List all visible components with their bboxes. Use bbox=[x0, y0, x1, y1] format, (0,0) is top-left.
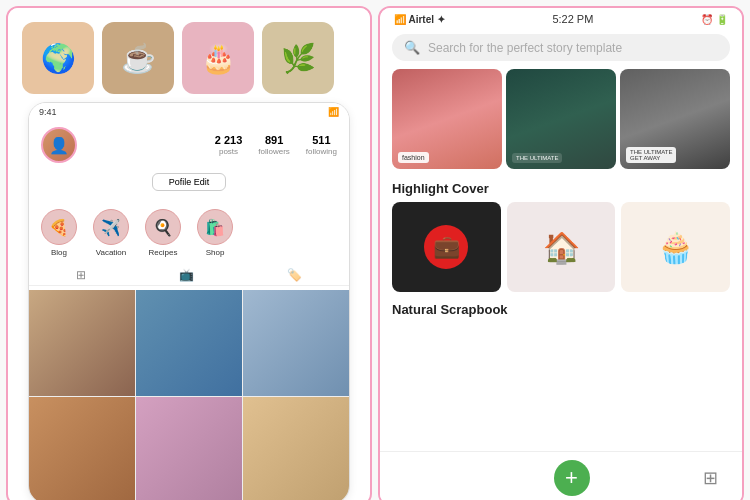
grid-cell-5[interactable] bbox=[136, 397, 242, 500]
highlight-circle-vacation: ✈️ bbox=[93, 209, 129, 245]
story-templates-grid: fashion THE ULTIMATE THE ULTIMATEGET AWA… bbox=[380, 69, 742, 177]
highlight-label-blog: Blog bbox=[51, 248, 67, 257]
highlight-circle-recipes: 🍳 bbox=[145, 209, 181, 245]
story-icon-leaf[interactable]: 🌿 bbox=[262, 22, 334, 94]
right-bottom-bar: + ⊞ bbox=[380, 451, 742, 500]
story-template-2[interactable]: THE ULTIMATE bbox=[506, 69, 616, 169]
profile-section: 👤 2 213 posts 891 followers 511 followin… bbox=[29, 121, 349, 201]
search-bar[interactable]: 🔍 Search for the perfect story template bbox=[392, 34, 730, 61]
wifi-icon: ✦ bbox=[437, 14, 445, 25]
grid-tab-grid[interactable]: ⊞ bbox=[76, 268, 86, 282]
template-2-label: THE ULTIMATE bbox=[512, 153, 562, 163]
highlight-circle-blog: 🍕 bbox=[41, 209, 77, 245]
highlight-icons: 🍕 Blog ✈️ Vacation 🍳 Recipes 🛍️ Shop bbox=[29, 201, 349, 265]
story-template-3[interactable]: THE ULTIMATEGET AWAY bbox=[620, 69, 730, 169]
search-icon: 🔍 bbox=[404, 40, 420, 55]
highlight-label-recipes: Recipes bbox=[149, 248, 178, 257]
grid-tab-tv[interactable]: 📺 bbox=[179, 268, 194, 282]
template-3-label: THE ULTIMATEGET AWAY bbox=[626, 147, 676, 163]
signal-bars: 📶 bbox=[394, 14, 408, 25]
story-icons-row: 🌍 ☕ 🎂 🌿 bbox=[8, 8, 370, 102]
following-count: 511 bbox=[306, 134, 337, 146]
status-bar: 📶 Airtel ✦ 5:22 PM ⏰ 🔋 bbox=[380, 8, 742, 30]
avatar: 👤 bbox=[41, 127, 77, 163]
status-icons: ⏰ 🔋 bbox=[701, 14, 728, 25]
template-3-overlay: THE ULTIMATEGET AWAY bbox=[620, 69, 730, 169]
grid-cell-4[interactable] bbox=[29, 397, 135, 500]
grid-cell-1[interactable] bbox=[29, 290, 135, 396]
highlight-shop[interactable]: 🛍️ Shop bbox=[197, 209, 233, 257]
grid-cell-6[interactable] bbox=[243, 397, 349, 500]
cupcake-icon: 🧁 bbox=[657, 230, 694, 265]
highlight-label-shop: Shop bbox=[206, 248, 225, 257]
grid-tab-tag[interactable]: 🏷️ bbox=[287, 268, 302, 282]
stat-following: 511 following bbox=[306, 134, 337, 156]
alarm-icon: ⏰ bbox=[701, 14, 713, 25]
carrier-name: Airtel bbox=[408, 14, 434, 25]
template-2-overlay: THE ULTIMATE bbox=[506, 69, 616, 169]
stat-posts: 2 213 posts bbox=[215, 134, 243, 156]
highlight-circle-shop: 🛍️ bbox=[197, 209, 233, 245]
highlight-blog[interactable]: 🍕 Blog bbox=[41, 209, 77, 257]
phone-signal: 📶 bbox=[328, 107, 339, 117]
profile-stats: 2 213 posts 891 followers 511 following bbox=[215, 134, 337, 156]
right-panel: 📶 Airtel ✦ 5:22 PM ⏰ 🔋 🔍 Search for the … bbox=[378, 6, 744, 500]
briefcase-icon: 💼 bbox=[424, 225, 468, 269]
following-label: following bbox=[306, 147, 337, 156]
profile-edit-button[interactable]: Pofile Edit bbox=[152, 173, 227, 191]
battery-icon: 🔋 bbox=[716, 14, 728, 25]
phone-status-bar: 9:41 📶 bbox=[29, 103, 349, 121]
posts-count: 2 213 bbox=[215, 134, 243, 146]
highlight-vacation[interactable]: ✈️ Vacation bbox=[93, 209, 129, 257]
house-icon: 🏠 bbox=[543, 230, 580, 265]
photo-grid: ❤️ 1 bbox=[29, 290, 349, 500]
carrier-signal: 📶 Airtel ✦ bbox=[394, 14, 445, 25]
phone-mockup: 9:41 📶 👤 2 213 posts 891 followers 51 bbox=[28, 102, 350, 500]
grid-cell-3[interactable] bbox=[243, 290, 349, 396]
highlight-cover-grid: 💼 🏠 🧁 bbox=[380, 202, 742, 298]
followers-label: followers bbox=[258, 147, 290, 156]
cover-card-briefcase[interactable]: 💼 bbox=[392, 202, 501, 292]
story-template-1[interactable]: fashion bbox=[392, 69, 502, 169]
status-time: 5:22 PM bbox=[552, 13, 593, 25]
phone-time: 9:41 bbox=[39, 107, 57, 117]
highlight-cover-title: Highlight Cover bbox=[380, 177, 742, 202]
followers-count: 891 bbox=[258, 134, 290, 146]
grid-layout-button[interactable]: ⊞ bbox=[703, 467, 718, 489]
stat-followers: 891 followers bbox=[258, 134, 290, 156]
natural-scrapbook-title: Natural Scrapbook bbox=[380, 298, 742, 317]
template-1-label: fashion bbox=[398, 152, 429, 163]
highlight-label-vacation: Vacation bbox=[96, 248, 127, 257]
story-icon-cake[interactable]: 🎂 bbox=[182, 22, 254, 94]
story-icon-earth[interactable]: 🌍 bbox=[22, 22, 94, 94]
grid-cell-2[interactable] bbox=[136, 290, 242, 396]
profile-top: 👤 2 213 posts 891 followers 511 followin… bbox=[41, 127, 337, 163]
highlight-recipes[interactable]: 🍳 Recipes bbox=[145, 209, 181, 257]
cover-card-house[interactable]: 🏠 bbox=[507, 202, 616, 292]
template-1-overlay: fashion bbox=[392, 69, 502, 169]
posts-label: posts bbox=[219, 147, 238, 156]
cover-card-cupcake[interactable]: 🧁 bbox=[621, 202, 730, 292]
fab-add-button[interactable]: + bbox=[554, 460, 590, 496]
search-placeholder-text: Search for the perfect story template bbox=[428, 41, 622, 55]
story-icon-coffee[interactable]: ☕ bbox=[102, 22, 174, 94]
grid-tabs: ⊞ 📺 🏷️ bbox=[29, 265, 349, 286]
left-panel: 🌍 ☕ 🎂 🌿 9:41 📶 👤 2 213 posts 891 bbox=[6, 6, 372, 500]
